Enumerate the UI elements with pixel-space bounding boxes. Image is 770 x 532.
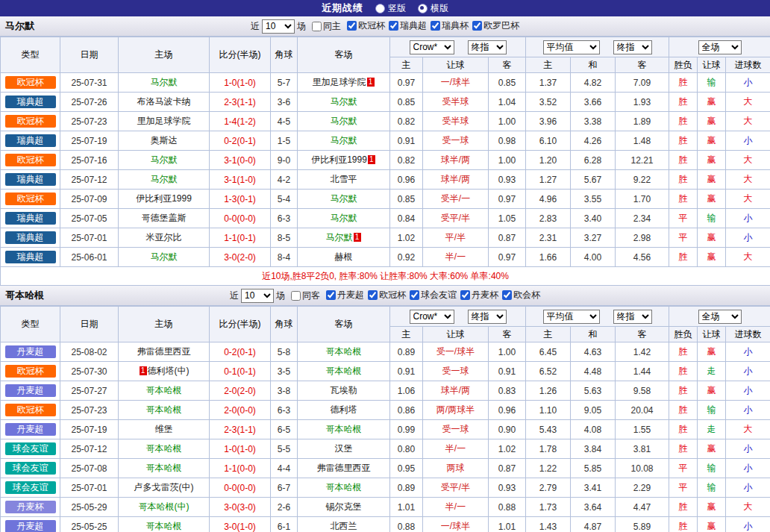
same-venue-checkbox[interactable]	[312, 22, 322, 31]
avg-stage-select[interactable]: 终指	[613, 40, 652, 54]
match-row: 球会友谊25-07-08哥本哈根1-1(0-0)4-4弗雷德里西亚0.95两球0…	[1, 459, 770, 478]
avg-away-cell: 1.70	[616, 190, 669, 209]
league-filter[interactable]: 欧会杯	[502, 289, 540, 301]
bookmaker-select[interactable]: Crow*	[410, 40, 454, 54]
match-count-select[interactable]: 10	[241, 289, 274, 303]
matches-label: 场	[276, 290, 285, 302]
avg-home-cell: 3.52	[526, 93, 571, 112]
same-venue-checkbox[interactable]	[291, 291, 301, 301]
league-checkbox[interactable]	[389, 21, 398, 31]
league-filter-label: 球会友谊	[421, 289, 457, 301]
league-badge: 丹麦超	[5, 345, 56, 358]
avg-away-cell: 4.47	[616, 498, 669, 517]
same-venue-filter[interactable]: 同客	[291, 290, 320, 302]
team-name: 马尔默	[151, 154, 178, 165]
page-title: 近期战绩	[322, 1, 363, 15]
avg-away-cell: 5.89	[616, 517, 669, 532]
league-filter[interactable]: 欧罗巴杯	[472, 19, 519, 32]
home-odds-cell: 0.91	[390, 362, 423, 381]
home-team-cell: 哥本哈根	[119, 401, 210, 420]
result-handicap-cell: 输	[698, 401, 726, 420]
league-checkbox[interactable]	[472, 21, 482, 31]
avg-draw-cell: 4.82	[571, 73, 616, 93]
league-checkbox[interactable]	[460, 290, 470, 300]
league-checkbox[interactable]	[326, 290, 336, 300]
full-match-select[interactable]: 全场	[698, 310, 742, 324]
league-filter[interactable]: 丹麦超	[326, 289, 364, 301]
avg-stage-select[interactable]: 终指	[613, 310, 652, 324]
result-goals-cell: 大	[726, 151, 770, 170]
team-name: 马尔默	[331, 135, 357, 145]
match-count-select[interactable]: 10	[262, 19, 295, 34]
league-cell: 欧冠杯	[1, 190, 60, 209]
result-wdl-cell: 胜	[669, 362, 698, 381]
score-cell: 1-3(0-1)	[210, 190, 271, 209]
league-filter[interactable]: 欧冠杯	[368, 289, 406, 301]
result-goals-cell: 大	[726, 498, 770, 517]
league-checkbox[interactable]	[502, 290, 512, 300]
league-filter[interactable]: 球会友谊	[410, 289, 457, 301]
filter-bar: 近 10 场 同主 欧冠杯瑞典超瑞典杯欧罗巴杯	[251, 19, 519, 34]
team-name: 汉堡	[335, 443, 353, 454]
team-name: 哥本哈根	[146, 463, 182, 473]
league-checkbox[interactable]	[431, 21, 440, 31]
away-odds-cell: 0.91	[489, 362, 526, 381]
date-cell: 25-07-23	[60, 401, 119, 420]
away-team-cell: 马尔默	[298, 112, 390, 131]
corner-cell: 6-3	[271, 209, 298, 228]
handicap-cell: 受一球	[423, 362, 489, 381]
league-filter[interactable]: 欧冠杯	[347, 19, 385, 32]
full-match-select[interactable]: 全场	[698, 40, 742, 54]
layout-option-horizontal[interactable]: 横版	[418, 2, 448, 15]
layout-option-vertical[interactable]: 竖版	[375, 2, 406, 15]
team-name: 北雪平	[331, 174, 357, 184]
avg-away-cell: 3.81	[616, 439, 669, 459]
away-team-cell: 哥本哈根	[298, 362, 390, 381]
league-checkbox[interactable]	[368, 290, 378, 300]
league-checkbox[interactable]	[347, 21, 357, 31]
league-filter[interactable]: 瑞典杯	[431, 19, 469, 32]
result-goals-cell: 小	[726, 362, 770, 381]
team-name: 马尔默	[151, 174, 178, 184]
odds-stage-select[interactable]: 终指	[468, 40, 507, 54]
team-section-malmo: 马尔默 近 10 场 同主 欧冠杯瑞典超瑞典杯欧罗巴杯 类型 日期 主场 比分(…	[0, 16, 770, 286]
league-filter[interactable]: 丹麦杯	[460, 289, 498, 301]
bookmaker-select[interactable]: Crow*	[410, 310, 454, 324]
odds-stage-select[interactable]: 终指	[468, 310, 507, 324]
avg-away-cell: 20.04	[616, 401, 669, 420]
average-select[interactable]: 平均值	[543, 40, 600, 54]
home-odds-cell: 0.91	[390, 131, 423, 151]
avg-away-cell: 2.29	[616, 478, 669, 498]
league-checkbox[interactable]	[410, 290, 419, 300]
avg-home-cell: 3.96	[526, 112, 571, 131]
match-row: 瑞典超25-07-01米亚尔比1-1(0-1)8-5马尔默11.02平/半0.8…	[1, 228, 770, 248]
team-name: 哥本哈根(中)	[139, 501, 190, 512]
same-venue-filter[interactable]: 同主	[312, 20, 341, 33]
date-cell: 25-07-12	[60, 439, 119, 459]
away-team-cell: 汉堡	[298, 439, 390, 459]
corner-cell: 6-1	[271, 517, 298, 532]
corner-cell: 8-4	[271, 248, 298, 267]
home-team-cell: 伊比利亚1999	[119, 190, 210, 209]
sub-avg-home: 主	[526, 327, 571, 342]
away-team-cell: 德利塔	[298, 401, 390, 420]
date-cell: 25-05-29	[60, 498, 119, 517]
away-team-cell: 哥本哈根	[298, 420, 390, 439]
avg-home-cell: 1.73	[526, 498, 571, 517]
avg-draw-cell: 9.05	[571, 401, 616, 420]
handicap-cell: 两球	[423, 459, 489, 478]
avg-draw-cell: 3.84	[571, 439, 616, 459]
handicap-cell: 半/一	[423, 498, 489, 517]
home-team-cell: 弗雷德里西亚	[119, 342, 210, 362]
corner-cell: 5-8	[271, 342, 298, 362]
result-goals-cell: 小	[726, 439, 770, 459]
league-filter[interactable]: 瑞典超	[389, 19, 427, 32]
col-type-header: 类型	[1, 37, 60, 73]
sub-avg-away: 客	[616, 327, 669, 342]
team-name: 奥斯达	[151, 135, 178, 145]
average-select[interactable]: 平均值	[543, 310, 600, 324]
date-cell: 25-07-05	[60, 209, 119, 228]
result-wdl-cell: 胜	[669, 342, 698, 362]
score-cell: 2-0(2-0)	[210, 381, 271, 401]
team-name: 卢多戈雷茨(中)	[134, 482, 194, 492]
